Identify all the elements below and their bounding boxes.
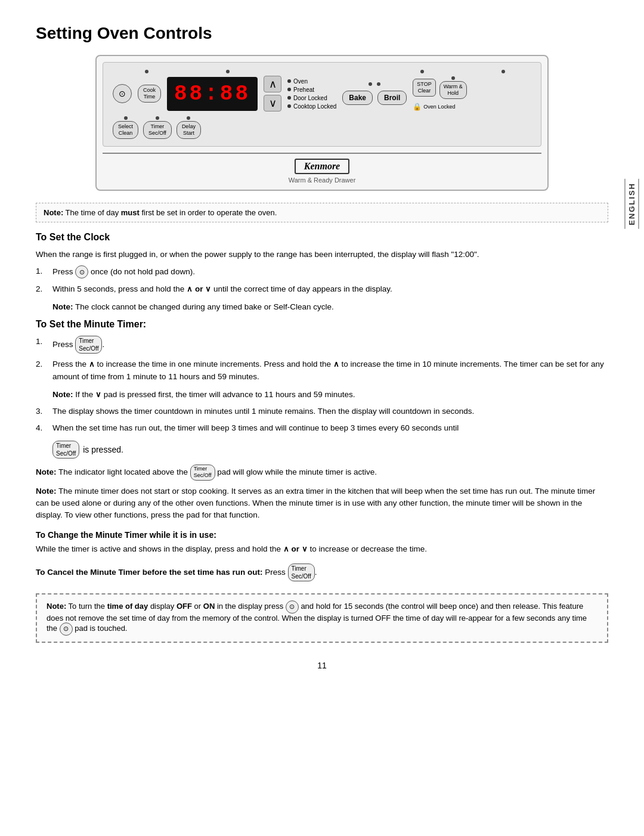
warm-hold-button[interactable]: Warm &Hold (439, 81, 467, 99)
oven-panel: ⊙ CookTime 88:88 ∧ ∨ (103, 62, 541, 147)
preheat-dot (287, 88, 291, 91)
timer-step-2: 2. Press the ∧ to increase the time in o… (36, 358, 608, 383)
door-locked-label: Door Locked (293, 95, 327, 101)
oven-panel-inner: ⊙ CookTime 88:88 ∧ ∨ (113, 70, 531, 139)
cancel-timer-text: To Cancel the Minute Timer before the se… (36, 563, 608, 581)
preheat-indicator: Preheat (287, 86, 336, 93)
clock-button[interactable]: ⊙ (113, 84, 132, 103)
chevron-up-inline-1: ∧ (187, 284, 193, 293)
broil-button[interactable]: Broil (377, 91, 407, 105)
broil-dot-above (377, 82, 380, 86)
door-locked-indicator: Door Locked (287, 95, 336, 101)
sidebar-english: ENGLISH (624, 179, 639, 229)
page-title: Setting Oven Controls (36, 24, 608, 43)
section-cancel-timer: To Cancel the Minute Timer before the se… (36, 563, 608, 581)
timer-step-3: 3. The display shows the timer countdown… (36, 405, 608, 417)
cook-time-button-group: CookTime (138, 85, 161, 103)
chevron-up-inline-2: ∧ (89, 360, 95, 369)
delay-start-button[interactable]: DelayStart (177, 121, 201, 139)
stop-clear-button[interactable]: STOPClear (413, 79, 435, 97)
timer-btn-inline-1[interactable]: TimerSec/Off (75, 336, 102, 354)
clock-steps: 1. Press ⊙ once (do not hold pad down). … (36, 265, 608, 295)
minute-timer-steps-2: 3. The display shows the timer countdown… (36, 405, 608, 435)
chevron-up-inline-3: ∧ (333, 360, 339, 369)
dot-above-2 (226, 70, 230, 73)
select-clean-button[interactable]: SelectClean (113, 121, 138, 139)
clock-indent-note: Note: The clock cannot be changed during… (52, 301, 608, 313)
minute-timer-steps: 1. Press TimerSec/Off. 2. Press the ∧ to… (36, 336, 608, 383)
select-clean-dot (124, 116, 128, 120)
section-clock: To Set the Clock When the range is first… (36, 232, 608, 314)
change-timer-body: While the timer is active and shows in t… (36, 543, 608, 555)
clock-btn-inline-1[interactable]: ⊙ (75, 265, 88, 278)
cook-time-button[interactable]: CookTime (138, 85, 161, 103)
warm-hold-dot (451, 76, 455, 80)
clock-step-2: 2. Within 5 seconds, press and hold the … (36, 283, 608, 295)
oven-locked-label: Oven Locked (423, 104, 455, 110)
kenmore-drawer: Kenmore Warm & Ready Drawer (103, 153, 541, 184)
preheat-indicator-label: Preheat (293, 86, 314, 93)
oven-indicator: Oven (287, 78, 336, 85)
clock-heading: To Set the Clock (36, 232, 608, 243)
timer-dot (156, 116, 159, 120)
note-top: Note: The time of day must first be set … (36, 203, 608, 222)
door-locked-dot (287, 96, 291, 100)
clock-btn-inline-bottom[interactable]: ⊙ (286, 600, 299, 614)
bake-button[interactable]: Bake (342, 91, 373, 105)
dot-above-3 (420, 70, 424, 73)
kenmore-logo: Kenmore (295, 159, 349, 174)
timer-note-v-pad: Note: If the ∨ pad is pressed first, the… (52, 389, 608, 401)
chevron-down-inline-1: ∨ (205, 284, 211, 293)
oven-dot (287, 79, 291, 83)
oven-panel-container: ⊙ CookTime 88:88 ∧ ∨ (95, 55, 549, 191)
dot-above-4 (501, 70, 505, 73)
page-number: 11 (36, 661, 608, 670)
note-bottom: Note: To turn the time of day display OF… (36, 593, 608, 643)
chevron-up-inline-4: ∧ (283, 544, 289, 553)
cooktop-locked-indicator: Cooktop Locked (287, 103, 336, 110)
clock-btn-inline-bottom2[interactable]: ⊙ (60, 623, 73, 636)
note-bottom-text: Note: To turn the time of day display OF… (47, 602, 587, 633)
timer-step-1: 1. Press TimerSec/Off. (36, 336, 608, 354)
note-top-text: Note: The time of day must first be set … (44, 208, 277, 217)
chevron-up-button[interactable]: ∧ (264, 76, 281, 92)
clock-body: When the range is first plugged in, or w… (36, 249, 608, 261)
bake-dot-above (369, 82, 372, 86)
oven-locked-indicator: 🔒 Oven Locked (413, 103, 467, 111)
clock-step-1: 1. Press ⊙ once (do not hold pad down). (36, 265, 608, 278)
timer-note2: Note: The minute timer does not start or… (36, 485, 608, 522)
chevron-down-inline-3: ∨ (302, 544, 308, 553)
center-display: 88:88 (167, 77, 258, 111)
timer-note1: Note: The indicator light located above … (36, 465, 608, 481)
oven-display: 88:88 (167, 77, 258, 111)
timer-btn-cancel[interactable]: TimerSec/Off (288, 563, 315, 581)
timer-step-4: 4. When the set time has run out, the ti… (36, 422, 608, 434)
chevron-down-button[interactable]: ∨ (264, 95, 281, 112)
minute-timer-heading: To Set the Minute Timer: (36, 319, 608, 330)
section-change-timer: To Change the Minute Timer while it is i… (36, 530, 608, 555)
timer-step4-end: TimerSec/Off is pressed. (52, 441, 608, 459)
delay-start-dot (187, 116, 190, 120)
timer-button[interactable]: TimerSec/Off (143, 121, 172, 139)
oven-indicator-label: Oven (293, 78, 308, 85)
indicator-group: Oven Preheat Door Locked Cooktop Locked (287, 78, 336, 110)
timer-btn-inline-3[interactable]: TimerSec/Off (190, 465, 215, 481)
change-timer-heading: To Change the Minute Timer while it is i… (36, 530, 608, 540)
warm-ready-text: Warm & Ready Drawer (103, 177, 541, 184)
chevron-down-inline-2: ∨ (95, 390, 101, 399)
cooktop-locked-label: Cooktop Locked (293, 103, 336, 110)
timer-btn-inline-2[interactable]: TimerSec/Off (52, 441, 79, 459)
dot-above-1 (145, 70, 148, 73)
cooktop-dot (287, 104, 291, 108)
section-minute-timer: To Set the Minute Timer: 1. Press TimerS… (36, 319, 608, 521)
